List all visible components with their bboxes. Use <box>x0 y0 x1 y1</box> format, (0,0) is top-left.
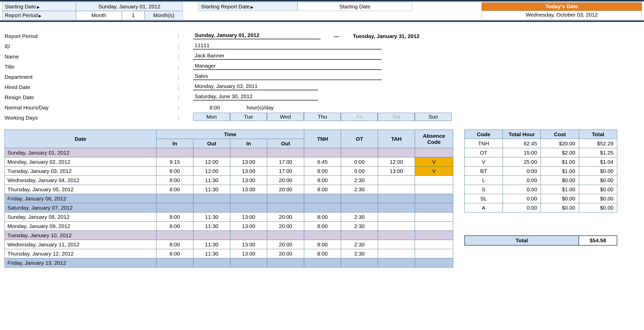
report-period-dash: — <box>331 33 343 39</box>
grand-total-label: Total <box>464 235 579 246</box>
timesheet-table: Date Time TNH OT TAH Absence Code In Out… <box>5 130 453 268</box>
grand-total-value: $54.58 <box>579 235 617 246</box>
th-tnh: TNH <box>304 130 341 148</box>
info-label-report-period: Report Period <box>5 33 178 39</box>
today-date-value: Wednesday, October 03, 2012 <box>481 11 642 20</box>
th-total-hour: Total Hour <box>503 130 541 139</box>
table-row: S0:00$1.00$0.00 <box>465 185 617 194</box>
working-days-grid: MonTueWedThuFriSatSun <box>193 113 452 121</box>
th-in1: In <box>156 139 193 148</box>
table-row: Sunday, January 08, 20128:0011:3013:0020… <box>5 212 453 222</box>
table-row: SL0:00$0.00$0.00 <box>465 194 617 203</box>
table-row: Thursday, January 12, 20128:0011:3013:00… <box>5 249 453 258</box>
report-period-unit[interactable]: Month <box>76 11 122 20</box>
table-row: V25:00$1.00$1.04 <box>465 157 617 167</box>
working-day-fri[interactable]: Fri <box>341 113 378 121</box>
info-normal-hours-unit: hour(s)/day <box>247 105 274 111</box>
grand-total: Total $54.58 <box>464 235 617 246</box>
table-row: BT0:00$1.00$0.00 <box>465 167 617 176</box>
working-day-thu[interactable]: Thu <box>304 113 341 121</box>
th-tah: TAH <box>378 130 415 148</box>
table-row: A0:00$0.00$0.00 <box>465 203 617 212</box>
table-row: Tuesday, January 10, 2012 <box>5 231 453 240</box>
working-day-wed[interactable]: Wed <box>267 113 304 121</box>
summary-table: Code Total Hour Cost Total TNH62:45$20.0… <box>464 130 617 212</box>
report-period-end: Tuesday, January 31, 2012 <box>353 33 420 39</box>
table-row: Tuesday, January 03, 20128:0012:0013:001… <box>5 167 453 176</box>
info-label-name: Name <box>5 54 178 60</box>
table-row: Friday, January 13, 2012 <box>5 258 453 268</box>
table-row: Wednesday, January 04, 20128:0011:3013:0… <box>5 176 453 185</box>
th-total: Total <box>579 130 617 139</box>
info-hired-date: Monday, January 03, 2011 <box>193 83 318 90</box>
report-period-label: Report Period <box>2 11 76 20</box>
info-label-department: Department <box>5 74 178 80</box>
table-row: Saturday, January 07, 2012 <box>5 203 453 212</box>
working-day-sun[interactable]: Sun <box>415 113 452 121</box>
today-date-label: Today's Date <box>481 2 642 11</box>
th-abs: Absence Code <box>415 130 453 148</box>
info-id: 11111 <box>193 42 382 49</box>
report-period-suffix: Month(s) <box>145 11 183 20</box>
info-title: Manager <box>193 63 382 70</box>
report-period-start: Sunday, January 01, 2012 <box>193 32 320 39</box>
table-row: Monday, January 09, 20128:0011:3013:0020… <box>5 222 453 231</box>
working-day-sat[interactable]: Sat <box>378 113 415 121</box>
table-row: L0:00$0.00$0.00 <box>465 176 617 185</box>
employee-info: Report Period : Sunday, January 01, 2012… <box>0 22 644 123</box>
th-in2: In <box>230 139 267 148</box>
info-label-hired: Hired Date <box>5 84 178 90</box>
table-row: Thursday, January 05, 20128:0011:3013:00… <box>5 185 453 194</box>
top-ribbon: Starting Date Sunday, January 01, 2012 R… <box>0 0 644 22</box>
report-period-num[interactable]: 1 <box>122 11 145 20</box>
working-day-mon[interactable]: Mon <box>193 113 230 121</box>
th-out1: Out <box>193 139 230 148</box>
starting-date-label: Starting Date <box>2 2 76 11</box>
info-label-resign: Resign Date <box>5 94 178 100</box>
table-row: TNH62:45$20.00$52.29 <box>465 139 617 148</box>
th-ot: OT <box>341 130 378 148</box>
info-resign-date: Saturday, June 30, 2012 <box>193 93 318 100</box>
info-label-working-days: Working Days <box>5 115 178 121</box>
starting-report-date-label: Starting Report Date <box>198 2 298 11</box>
table-row: Monday, January 02, 20129:1512:0013:0017… <box>5 157 453 167</box>
th-date: Date <box>5 130 156 148</box>
table-row: Friday, January 06, 2012 <box>5 194 453 203</box>
info-department: Sales <box>193 73 382 80</box>
th-time: Time <box>156 130 304 139</box>
th-out2: Out <box>267 139 304 148</box>
working-day-tue[interactable]: Tue <box>230 113 267 121</box>
info-label-id: ID <box>5 43 178 49</box>
table-row: Sunday, January 01, 2012 <box>5 148 453 157</box>
starting-report-date-value[interactable]: Starting Date <box>298 2 412 11</box>
info-normal-hours-val: 8:00 <box>193 105 236 111</box>
info-label-normal-hours: Normal Hours/Day <box>5 105 178 111</box>
table-row: OT15:00$2.00$1.25 <box>465 148 617 157</box>
th-cost: Cost <box>541 130 579 139</box>
info-label-title: Title <box>5 64 178 70</box>
th-code: Code <box>465 130 503 139</box>
table-row: Wednesday, January 11, 20128:0011:3013:0… <box>5 240 453 249</box>
starting-date-value[interactable]: Sunday, January 01, 2012 <box>76 2 183 11</box>
info-name: Jack Banner <box>193 53 382 60</box>
